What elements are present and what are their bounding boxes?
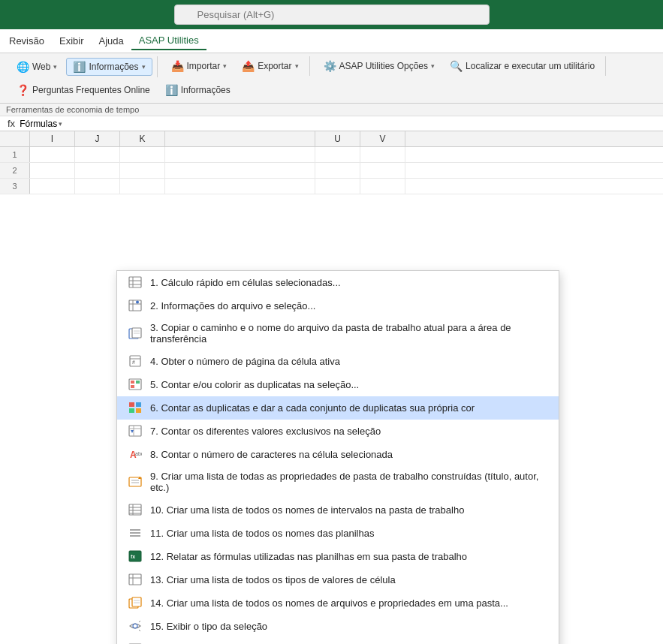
web-dropdown-arrow: ▾ (53, 63, 57, 71)
menu-text-14: 14. Criar uma lista de todos os nomes de… (150, 597, 548, 609)
menu-text-5: 5. Contar e/ou colorir as duplicatas na … (150, 379, 548, 390)
ribbon-web-label: Web (32, 62, 50, 72)
sheet-row: 1 (0, 147, 663, 163)
ribbon-group-1: 🌐 Web ▾ ℹ️ Informações ▾ (6, 56, 158, 77)
menu-icon-3 (128, 327, 143, 340)
menu-item-16[interactable]: 16. Contar o número de planilhas (117, 638, 559, 644)
ribbon-asap-options-btn[interactable]: ⚙️ ASAP Utilities Opções ▾ (318, 58, 441, 74)
svg-rect-0 (129, 277, 141, 287)
ribbon-info-label: Informações (181, 85, 231, 95)
svg-rect-22 (136, 408, 141, 413)
ribbon-group-3: ⚙️ ASAP Utilities Opções ▾ 🔍 Localizar e… (313, 56, 607, 76)
menu-item-13[interactable]: 13. Criar uma lista de todos os tipos de… (117, 568, 559, 591)
col-header-rownum (0, 131, 30, 146)
menu-ajuda[interactable]: Ajuda (91, 32, 131, 50)
menu-item-1[interactable]: 1. Cálculo rápido em células selecionada… (117, 271, 559, 294)
ribbon-info-btn[interactable]: ℹ️ Informações (159, 82, 237, 98)
ribbon-info-icon: ℹ️ (165, 84, 178, 96)
search-input[interactable] (174, 5, 490, 25)
menu-icon-4: # (128, 354, 143, 368)
spreadsheet-bg: 1 2 3 (0, 147, 663, 194)
sheet-row: 2 (0, 163, 663, 179)
svg-rect-21 (129, 408, 134, 413)
svg-rect-20 (136, 402, 141, 407)
menu-icon-13 (128, 573, 143, 586)
menu-text-3: 3. Copiar o caminho e o nome do arquivo … (150, 322, 548, 345)
menu-item-6[interactable]: 6. Contar as duplicatas e dar a cada con… (117, 396, 559, 420)
menu-icon-14 (128, 596, 143, 609)
ribbon-importar-btn[interactable]: 📥 Importar ▾ (165, 58, 234, 74)
menu-item-8[interactable]: Aabc 8. Contar o número de caracteres na… (117, 443, 559, 466)
ribbon-faq-btn[interactable]: ❓ Perguntas Frequentes Online (11, 82, 156, 98)
menu-item-7[interactable]: 7. Contar os diferentes valores exclusiv… (117, 420, 559, 443)
menu-asap[interactable]: ASAP Utilities (131, 32, 206, 50)
ribbon-informacoes-label: Informações (89, 62, 138, 72)
menu-item-10[interactable]: 10. Criar uma lista de todos os nomes de… (117, 498, 559, 522)
menu-item-4[interactable]: # 4. Obter o número de página da célula … (117, 350, 559, 373)
svg-rect-18 (136, 381, 140, 384)
menu-text-8: 8. Contar o número de caracteres na célu… (150, 449, 548, 460)
menu-text-7: 7. Contar os diferentes valores exclusiv… (150, 426, 548, 437)
svg-text:#: # (132, 360, 135, 365)
menu-icon-5 (128, 378, 143, 391)
ribbon-localizar-btn[interactable]: 🔍 Localizar e executar um utilitário (444, 58, 601, 74)
col-header-v: V (360, 131, 405, 146)
menu-text-12: 12. Relatar as fórmulas utilizadas nas p… (150, 551, 548, 562)
formula-bar: fx Fórmulas ▾ (0, 116, 663, 131)
asap-options-arrow: ▾ (431, 62, 435, 70)
menu-text-4: 4. Obter o número de página da célula at… (150, 356, 548, 367)
menu-bar: Revisão Exibir Ajuda ASAP Utilities (0, 29, 663, 53)
menu-icon-11 (128, 526, 143, 540)
svg-text:fx: fx (131, 554, 135, 559)
svg-rect-47 (132, 597, 141, 606)
menu-item-5[interactable]: 5. Contar e/ou colorir as duplicatas na … (117, 373, 559, 396)
menu-icon-2 (128, 299, 143, 312)
col-header-k: K (120, 131, 165, 146)
ribbon-localizar-label: Localizar e executar um utilitário (466, 61, 595, 71)
asap-options-icon: ⚙️ (324, 60, 336, 72)
web-icon: 🌐 (17, 61, 29, 73)
localizar-icon: 🔍 (450, 60, 463, 72)
menu-item-2[interactable]: 2. Informações do arquivo e seleção... (117, 294, 559, 317)
formula-icon: fx (3, 118, 20, 129)
col-headers: I J K U V (0, 131, 663, 147)
svg-text:abc: abc (135, 451, 142, 456)
col-header-gap (165, 131, 315, 146)
svg-rect-4 (129, 300, 141, 311)
exportar-arrow: ▾ (295, 62, 299, 70)
ribbon-web-btn[interactable]: 🌐 Web ▾ (11, 59, 63, 75)
formula-arrow[interactable]: ▾ (59, 120, 62, 128)
info-dropdown-arrow: ▾ (142, 63, 146, 71)
svg-rect-19 (129, 402, 134, 407)
menu-text-9: 9. Criar uma lista de todas as proprieda… (150, 471, 548, 493)
svg-marker-26 (131, 430, 134, 433)
menu-text-10: 10. Criar uma lista de todos os nomes de… (150, 504, 548, 516)
ribbon-exportar-btn[interactable]: 📤 Exportar ▾ (236, 58, 304, 74)
menu-item-12[interactable]: fx 12. Relatar as fórmulas utilizadas na… (117, 545, 559, 568)
ribbon: 🌐 Web ▾ ℹ️ Informações ▾ 📥 Importar ▾ 📤 … (0, 53, 663, 104)
search-bar: 🔍 (0, 0, 663, 29)
faq-icon: ❓ (17, 84, 29, 96)
menu-revisao[interactable]: Revisão (2, 32, 52, 50)
menu-icon-9 (128, 475, 143, 489)
menu-item-14[interactable]: 14. Criar uma lista de todos os nomes de… (117, 591, 559, 615)
menu-text-2: 2. Informações do arquivo e seleção... (150, 300, 548, 311)
menu-icon-7 (128, 424, 143, 438)
col-header-i: I (30, 131, 75, 146)
importar-arrow: ▾ (223, 62, 227, 70)
menu-text-6: 6. Contar as duplicatas e dar a cada con… (150, 402, 548, 414)
exportar-icon: 📤 (242, 60, 255, 72)
menu-item-9[interactable]: 9. Criar uma lista de todas as proprieda… (117, 466, 559, 498)
menu-item-11[interactable]: 11. Criar uma lista de todos os nomes da… (117, 522, 559, 545)
menu-exibir[interactable]: Exibir (52, 32, 92, 50)
ribbon-group-2: 📥 Importar ▾ 📤 Exportar ▾ (161, 56, 310, 76)
spreadsheet: I J K U V 1 2 3 (0, 131, 663, 194)
info-icon: ℹ️ (73, 61, 86, 73)
menu-icon-15 (128, 619, 143, 633)
menu-item-3[interactable]: 3. Copiar o caminho e o nome do arquivo … (117, 317, 559, 350)
ribbon-importar-label: Importar (187, 61, 221, 71)
menu-icon-1 (128, 275, 143, 289)
menu-item-15[interactable]: 15. Exibir o tipo da seleção (117, 615, 559, 638)
col-header-u: U (315, 131, 360, 146)
ribbon-informacoes-btn[interactable]: ℹ️ Informações ▾ (66, 58, 152, 76)
